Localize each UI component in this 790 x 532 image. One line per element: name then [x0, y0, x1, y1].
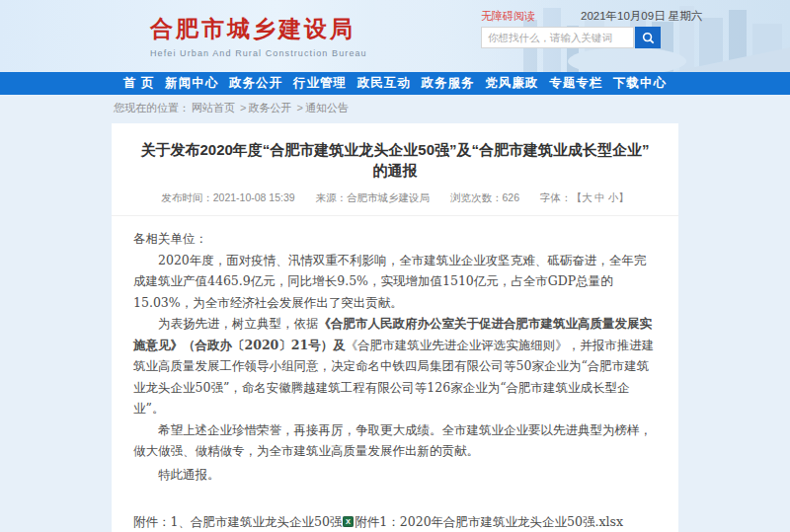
site-title-english: Hefei Urban And Rural Construction Burea…: [150, 48, 367, 58]
breadcrumb-notices[interactable]: 通知公告: [305, 102, 349, 114]
attachment-number: 1、: [171, 514, 191, 529]
article-source: 来源：合肥市城乡建设局: [316, 191, 431, 203]
search-input[interactable]: [481, 27, 634, 48]
publish-time: 发布时间：2021-10-08 15:39: [161, 191, 294, 203]
attachments-label: 附件：: [133, 511, 171, 532]
site-title: 合肥市城乡建设局: [150, 14, 367, 44]
article-card: 关于发布2020年度“合肥市建筑业龙头企业50强”及“合肥市建筑业成长型企业” …: [112, 123, 678, 532]
current-date: 2021年10月09日 星期六: [581, 9, 702, 24]
view-count: 浏览次数：626: [450, 191, 519, 203]
svg-text:X: X: [346, 517, 351, 526]
article-body: 各相关单位： 2020年度，面对疫情、汛情双重不利影响，全市建筑业企业攻坚克难、…: [112, 216, 678, 532]
search-button[interactable]: [635, 27, 661, 48]
site-logo: 合肥市城乡建设局 Hefei Urban And Rural Construct…: [150, 14, 367, 58]
breadcrumb: 您现在的位置：网站首页>政务公开>通知公告: [114, 101, 351, 115]
attachments-section: 附件： 1、合肥市建筑业龙头企业50强X附件1：2020年合肥市建筑业龙头企业5…: [133, 511, 657, 532]
article-meta: 发布时间：2021-10-08 15:39 来源：合肥市城乡建设局 浏览次数：6…: [112, 191, 678, 216]
excel-file-icon: X: [343, 516, 354, 527]
breadcrumb-home[interactable]: 网站首页: [192, 102, 235, 114]
search-icon: [642, 32, 655, 44]
main-nav: 首 页 新闻中心 政务公开 行业管理 政民互动 政务服务 党风廉政 专题专栏 下…: [0, 72, 790, 95]
nav-item-news[interactable]: 新闻中心: [165, 75, 218, 92]
paragraph-3: 希望上述企业珍惜荣誉，再接再厉，争取更大成绩。全市建筑业企业要以先进典型为榜样，…: [133, 419, 657, 462]
paragraph-1: 2020年度，面对疫情、汛情双重不利影响，全市建筑业企业攻坚克难、砥砺奋进，全年…: [133, 250, 657, 314]
breadcrumb-separator: >: [240, 102, 246, 114]
nav-item-services[interactable]: 政务服务: [422, 75, 475, 92]
nav-item-download[interactable]: 下载中心: [613, 75, 667, 92]
salutation: 各相关单位：: [133, 228, 657, 250]
attachment-row: 1、合肥市建筑业龙头企业50强X附件1：2020年合肥市建筑业龙头企业50强.x…: [171, 511, 666, 532]
nav-item-topics[interactable]: 专题专栏: [549, 75, 602, 92]
site-banner: 合肥市城乡建设局 Hefei Urban And Rural Construct…: [0, 0, 790, 72]
nav-item-gov-open[interactable]: 政务公开: [229, 75, 282, 92]
breadcrumb-gov-open[interactable]: 政务公开: [248, 102, 291, 114]
accessibility-link[interactable]: 无障碍阅读: [481, 9, 535, 24]
paragraph-2: 为表扬先进，树立典型，依据《合肥市人民政府办公室关于促进合肥市建筑业高质量发展实…: [133, 313, 657, 419]
attachment-download-link[interactable]: 附件1：2020年合肥市建筑业龙头企业50强.xlsx: [355, 514, 623, 529]
font-label: 字体：: [540, 191, 572, 203]
article-title: 关于发布2020年度“合肥市建筑业龙头企业50强”及“合肥市建筑业成长型企业” …: [112, 139, 678, 181]
attachment-name: 合肥市建筑业龙头企业50强: [191, 514, 342, 529]
breadcrumb-prefix: 您现在的位置：: [114, 102, 190, 114]
font-size-label: 字体：【大 中 小】: [540, 191, 629, 203]
paragraph-2-lead: 为表扬先进，树立典型，依据: [158, 316, 319, 331]
nav-item-interaction[interactable]: 政民互动: [357, 75, 411, 92]
font-size-controls[interactable]: 【大 中 小】: [571, 191, 628, 203]
nav-item-industry[interactable]: 行业管理: [293, 75, 347, 92]
nav-item-home[interactable]: 首 页: [123, 75, 154, 92]
breadcrumb-separator: >: [296, 102, 302, 114]
main-nav-items: 首 页 新闻中心 政务公开 行业管理 政民互动 政务服务 党风廉政 专题专栏 下…: [112, 72, 678, 95]
nav-item-party[interactable]: 党风廉政: [485, 75, 538, 92]
closing-line: 特此通报。: [133, 464, 657, 486]
